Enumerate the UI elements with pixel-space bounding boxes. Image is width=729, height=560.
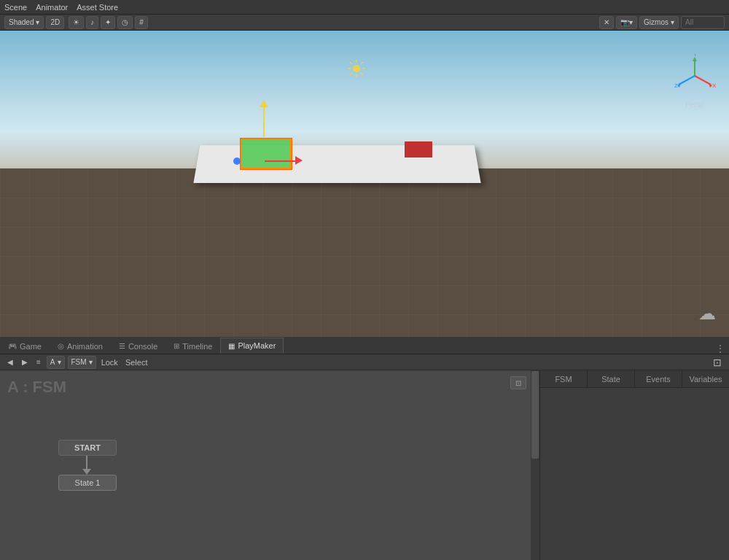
svg-line-6 xyxy=(350,62,352,64)
shading-dropdown[interactable]: Shaded ▾ xyxy=(4,16,44,29)
right-tab-fsm-label: FSM xyxy=(555,375,572,384)
y-axis-arrow xyxy=(263,104,265,137)
playmaker-canvas[interactable]: A : FSM ⊡ START State 1 xyxy=(0,370,539,560)
svg-text:Z: Z xyxy=(674,82,678,89)
game-icon: 🎮 xyxy=(8,342,17,350)
svg-rect-0 xyxy=(0,168,729,337)
select-label[interactable]: Select xyxy=(123,358,150,367)
x-axis-arrow xyxy=(265,160,298,162)
svg-line-16 xyxy=(679,76,695,85)
search-input[interactable] xyxy=(681,16,725,29)
tab-console-label: Console xyxy=(128,342,157,351)
lighting-icon-btn[interactable]: ☀ xyxy=(69,16,84,29)
dimension-label: 2D xyxy=(50,18,60,26)
lock-label: Lock xyxy=(99,358,120,367)
scene-toolbar: Shaded ▾ 2D ☀ ♪ ✦ ◷ # ✕ 📷▾ Gizmos ▾ xyxy=(0,15,729,31)
x-axis-arrowhead xyxy=(295,156,303,165)
svg-line-7 xyxy=(361,73,363,75)
svg-text:X: X xyxy=(712,82,717,89)
canvas-fit-btn[interactable]: ⊡ xyxy=(510,376,526,389)
fsm-transition-arrow xyxy=(86,456,87,470)
right-tab-events[interactable]: Events xyxy=(635,370,682,387)
shading-label: Shaded xyxy=(9,18,34,26)
audio-icon-btn[interactable]: ♪ xyxy=(86,16,98,29)
menu-animator[interactable]: Animator xyxy=(36,3,68,12)
right-tab-state[interactable]: State xyxy=(588,370,635,387)
fsm-state1-node[interactable]: State 1 xyxy=(58,475,117,491)
panel-toolbar: ◀ ▶ ≡ A ▾ FSM ▾ Lock Select ⊡ xyxy=(0,354,729,370)
fsm-name-label: A xyxy=(50,358,55,366)
right-tab-fsm[interactable]: FSM xyxy=(540,370,588,387)
right-panel: FSM State Events Variables xyxy=(539,370,729,560)
fsm-type-dropdown[interactable]: FSM ▾ xyxy=(68,356,96,369)
fit-btn[interactable]: ⊡ xyxy=(710,357,725,368)
tab-game-label: Game xyxy=(20,342,42,351)
next-btn[interactable]: ▶ xyxy=(19,357,31,368)
fsm-transition-arrowhead xyxy=(82,469,91,475)
svg-line-8 xyxy=(361,62,363,64)
selected-object[interactable] xyxy=(241,139,292,169)
fsm-title: A : FSM xyxy=(7,378,66,397)
scene-view[interactable]: Y X Z Persp ☁ xyxy=(0,31,729,337)
svg-line-9 xyxy=(350,73,352,75)
close-btn[interactable]: ✕ xyxy=(599,16,614,29)
right-panel-tabs: FSM State Events Variables xyxy=(540,370,729,388)
tab-game[interactable]: 🎮 Game xyxy=(0,338,50,354)
cloud-icon: ☁ xyxy=(698,303,716,324)
gizmo-cube-svg: Y X Z xyxy=(673,54,717,98)
svg-point-1 xyxy=(353,65,360,72)
top-menubar: Scene Animator Asset Store xyxy=(0,0,729,15)
camera-dropdown[interactable]: 📷▾ xyxy=(616,16,637,29)
menu-scene[interactable]: Scene xyxy=(4,3,27,12)
gizmos-dropdown[interactable]: Gizmos ▾ xyxy=(639,16,679,29)
list-btn[interactable]: ≡ xyxy=(34,357,44,368)
tab-timeline[interactable]: ⊞ Timeline xyxy=(165,338,220,354)
animation-icon: ◎ xyxy=(58,342,64,350)
bottom-panel: A : FSM ⊡ START State 1 FSM State xyxy=(0,370,729,560)
menu-asset-store[interactable]: Asset Store xyxy=(77,3,118,12)
shading-group: Shaded ▾ 2D xyxy=(4,16,64,29)
gizmos-label: Gizmos xyxy=(644,18,668,26)
chevron-gizmos-icon: ▾ xyxy=(671,18,674,26)
tab-playmaker[interactable]: ▦ PlayMaker xyxy=(220,338,284,354)
right-tab-variables-label: Variables xyxy=(689,375,722,384)
chevron-type-icon: ▾ xyxy=(89,358,93,366)
hide-icon-btn[interactable]: ◷ xyxy=(117,16,133,29)
effects-icon-btn[interactable]: ✦ xyxy=(101,16,115,29)
timeline-icon: ⊞ xyxy=(174,342,179,350)
y-axis-arrowhead xyxy=(260,100,268,107)
dimension-btn[interactable]: 2D xyxy=(46,16,64,29)
persp-label: Persp xyxy=(685,101,704,109)
fsm-start-label: START xyxy=(74,443,101,452)
tab-animation-label: Animation xyxy=(67,342,103,351)
canvas-scrollbar-thumb[interactable] xyxy=(531,371,539,459)
scene-icons-group: ☀ ♪ ✦ ◷ # xyxy=(69,16,148,29)
tab-timeline-label: Timeline xyxy=(182,342,212,351)
fsm-start-node[interactable]: START xyxy=(58,440,117,456)
right-toolbar-group: ✕ 📷▾ Gizmos ▾ xyxy=(599,16,725,29)
z-axis-dot xyxy=(233,158,241,165)
canvas-scrollbar[interactable] xyxy=(531,370,539,560)
more-options-btn[interactable]: ⋮ xyxy=(716,343,729,354)
fsm-state1-label: State 1 xyxy=(75,478,101,487)
playmaker-icon: ▦ xyxy=(228,342,235,350)
tab-playmaker-label: PlayMaker xyxy=(238,341,276,350)
gizmo-area: Y X Z Persp xyxy=(669,54,720,112)
prev-btn[interactable]: ◀ xyxy=(4,357,16,368)
tab-animation[interactable]: ◎ Animation xyxy=(50,338,111,354)
svg-text:Y: Y xyxy=(693,54,698,58)
right-tab-events-label: Events xyxy=(646,375,671,384)
grid-overlay xyxy=(0,168,729,337)
svg-line-13 xyxy=(695,76,711,85)
sun-icon xyxy=(346,58,367,79)
fsm-name-dropdown[interactable]: A ▾ xyxy=(47,356,65,369)
chevron-fsm-icon: ▾ xyxy=(58,358,61,366)
tabs-bar: 🎮 Game ◎ Animation ☰ Console ⊞ Timeline … xyxy=(0,337,729,354)
grid-icon-btn[interactable]: # xyxy=(135,16,148,29)
console-icon: ☰ xyxy=(119,342,125,350)
fsm-type-label: FSM xyxy=(71,358,87,366)
tab-console[interactable]: ☰ Console xyxy=(111,338,165,354)
chevron-down-icon: ▾ xyxy=(36,18,39,26)
more-icon: ⋮ xyxy=(716,343,725,354)
right-tab-variables[interactable]: Variables xyxy=(682,370,729,387)
